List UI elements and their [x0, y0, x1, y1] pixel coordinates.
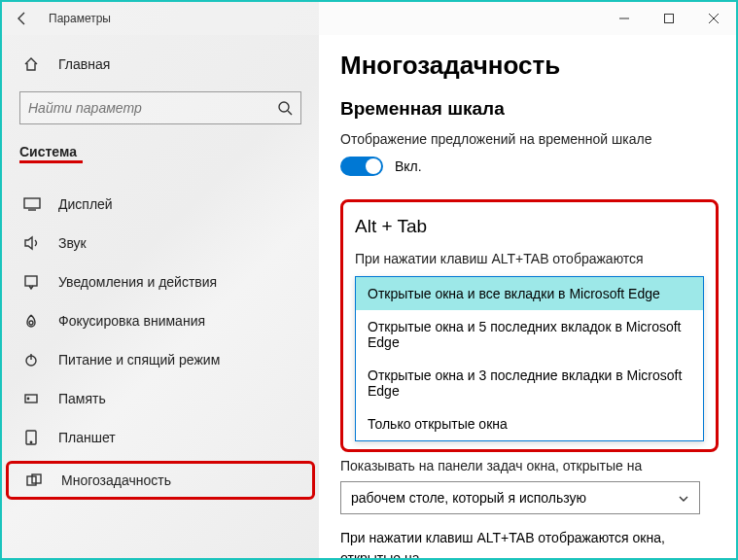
notifications-icon: [23, 274, 45, 290]
window-title: Параметры: [49, 12, 111, 25]
search-box[interactable]: [19, 91, 301, 124]
home-icon: [23, 56, 45, 72]
sidebar-item-display[interactable]: Дисплей: [2, 185, 319, 224]
timeline-heading: Временная шкала: [340, 98, 719, 120]
alttab-option-3[interactable]: Только открытые окна: [356, 407, 703, 440]
alttab-option-2[interactable]: Открытые окна и 3 последние вкладки в Mi…: [356, 359, 703, 407]
search-input[interactable]: [28, 100, 277, 116]
back-button[interactable]: [2, 2, 43, 35]
sidebar-item-power[interactable]: Питание и спящий режим: [2, 340, 319, 379]
alttab-heading: Alt + Tab: [355, 216, 704, 237]
focus-icon: [23, 313, 45, 329]
sidebar: Главная Система Дисплей Звук Уведом: [2, 2, 319, 558]
sidebar-item-label: Питание и спящий режим: [58, 352, 220, 368]
chevron-down-icon: [678, 492, 689, 504]
power-icon: [23, 352, 45, 368]
sidebar-item-multitasking[interactable]: Многозадачность: [6, 461, 315, 500]
taskbar-select[interactable]: рабочем столе, который я использую: [340, 481, 700, 514]
sidebar-item-label: Многозадачность: [61, 472, 171, 488]
extra-label: При нажатии клавиш ALT+TAB отображаются …: [340, 528, 719, 558]
sidebar-item-focus[interactable]: Фокусировка внимания: [2, 301, 319, 340]
sidebar-item-label: Дисплей: [58, 196, 113, 212]
page-title: Многозадачность: [340, 51, 719, 81]
section-system: Система: [19, 144, 77, 159]
svg-rect-2: [24, 198, 40, 208]
svg-point-6: [27, 398, 28, 399]
sidebar-item-label: Память: [58, 391, 106, 406]
home-label: Главная: [58, 56, 110, 72]
toggle-state-label: Вкл.: [395, 158, 422, 174]
sidebar-item-label: Звук: [58, 235, 87, 251]
timeline-toggle[interactable]: [340, 157, 383, 176]
svg-point-8: [30, 441, 31, 442]
display-icon: [23, 197, 45, 211]
minimize-button[interactable]: [602, 2, 647, 35]
home-link[interactable]: Главная: [2, 49, 319, 80]
sidebar-item-label: Фокусировка внимания: [58, 313, 205, 329]
sidebar-item-sound[interactable]: Звук: [2, 224, 319, 262]
taskbar-label: Показывать на панели задач окна, открыты…: [340, 458, 719, 473]
maximize-button[interactable]: [647, 2, 691, 35]
multitasking-icon: [26, 473, 48, 487]
alttab-option-0[interactable]: Открытые окна и все вкладки в Microsoft …: [356, 277, 703, 310]
main-content: Многозадачность Временная шкала Отображе…: [319, 2, 736, 558]
svg-rect-0: [665, 15, 674, 23]
tablet-icon: [23, 430, 45, 445]
alttab-dropdown[interactable]: Открытые окна и все вкладки в Microsoft …: [355, 276, 704, 441]
storage-icon: [23, 391, 45, 406]
taskbar-select-value: рабочем столе, который я использую: [351, 490, 586, 506]
sidebar-item-label: Уведомления и действия: [58, 274, 217, 290]
close-button[interactable]: [691, 2, 736, 35]
sidebar-item-tablet[interactable]: Планшет: [2, 418, 319, 457]
svg-rect-3: [25, 276, 37, 286]
timeline-label: Отображение предложений на временной шка…: [340, 131, 719, 147]
svg-point-1: [279, 102, 289, 112]
search-icon: [277, 100, 293, 116]
alttab-label: При нажатии клавиш ALT+TAB отображаются: [355, 251, 704, 266]
alttab-option-1[interactable]: Открытые окна и 5 последних вкладок в Mi…: [356, 310, 703, 359]
sidebar-item-label: Планшет: [58, 430, 116, 445]
sound-icon: [23, 235, 45, 251]
sidebar-item-notifications[interactable]: Уведомления и действия: [2, 262, 319, 301]
alttab-section-highlight: Alt + Tab При нажатии клавиш ALT+TAB ото…: [340, 199, 719, 452]
sidebar-item-storage[interactable]: Память: [2, 379, 319, 418]
